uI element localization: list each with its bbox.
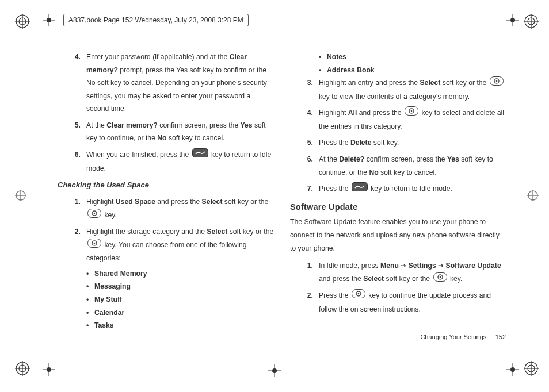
step-number: 3. — [298, 76, 319, 103]
crop-mark-icon — [506, 14, 519, 26]
step-body: Enter your password (if applicable) and … — [86, 51, 274, 116]
header-text: A837.book Page 152 Wednesday, July 23, 2… — [68, 16, 243, 24]
page-footer: Changing Your Settings 152 — [420, 333, 506, 340]
step-item: 6. When you are finished, press the key … — [66, 148, 274, 175]
step-body: Press the key to continue the update pro… — [319, 289, 506, 316]
footer-chapter: Changing Your Settings — [420, 333, 486, 340]
registration-mark-icon — [524, 14, 539, 29]
svg-point-27 — [510, 18, 515, 22]
subheading: Checking the Used Space — [58, 178, 274, 192]
ok-key-icon — [405, 106, 418, 120]
list-item: •Messaging — [86, 280, 274, 293]
ok-key-icon — [352, 289, 365, 303]
step-number: 6. — [298, 153, 319, 179]
svg-point-24 — [47, 18, 51, 22]
svg-point-36 — [272, 368, 277, 373]
crop-mark-icon — [43, 14, 55, 26]
list-item: •My Stuff — [86, 293, 274, 306]
step-body: Press the Delete soft key. — [319, 136, 506, 149]
crop-mark-icon — [268, 364, 281, 377]
step-body: Highlight the storage category and the S… — [86, 225, 274, 332]
step-body: When you are finished, press the key to … — [86, 148, 274, 175]
step-item: 7. Press the key to return to Idle mode. — [298, 182, 506, 196]
right-column: •Notes •Address Book 3. Highlight an ent… — [290, 51, 506, 336]
step-item: 2. Highlight the storage category and th… — [66, 225, 274, 332]
list-item: •Tasks — [86, 319, 274, 332]
step-body: Highlight All and press the key to selec… — [319, 106, 506, 133]
registration-mark-icon — [15, 361, 30, 376]
left-column: 4. Enter your password (if applicable) a… — [58, 51, 274, 336]
step-item: 2. Press the key to continue the update … — [298, 289, 506, 316]
list-item: •Calendar — [86, 306, 274, 320]
header-meta: A837.book Page 152 Wednesday, July 23, 2… — [63, 14, 249, 26]
end-key-icon — [352, 182, 368, 196]
svg-point-33 — [510, 367, 515, 372]
ok-key-icon — [87, 209, 101, 222]
step-number: 5. — [66, 119, 86, 145]
footer-page: 152 — [495, 333, 506, 340]
crop-mark-icon — [506, 363, 519, 376]
intro-paragraph: The Software Update feature enables you … — [290, 216, 506, 255]
registration-mark-icon — [15, 14, 30, 29]
svg-point-30 — [47, 367, 51, 372]
list-item: •Notes — [319, 51, 506, 64]
list-item: •Shared Memory — [86, 267, 274, 280]
ok-key-icon — [490, 76, 504, 90]
step-item: 1. In Idle mode, press Menu ➔ Settings ➔… — [298, 259, 506, 286]
list-item: •Address Book — [319, 64, 506, 77]
step-number: 6. — [66, 148, 86, 175]
step-number: 1. — [66, 195, 86, 222]
ok-key-icon — [87, 239, 101, 252]
step-body: At the Clear memory? confirm screen, pre… — [86, 119, 274, 145]
end-key-icon — [192, 148, 208, 162]
step-body: Highlight an entry and press the Select … — [319, 76, 506, 103]
step-number: 7. — [298, 182, 319, 196]
step-item: 4. Highlight All and press the key to se… — [298, 106, 506, 133]
section-heading: Software Update — [290, 199, 506, 215]
step-number: 2. — [298, 289, 319, 316]
registration-mark-icon — [524, 361, 539, 376]
registration-mark-icon — [15, 190, 26, 201]
step-number: 2. — [66, 225, 86, 332]
step-item: 1. Highlight Used Space and press the Se… — [66, 195, 274, 222]
step-number: 4. — [66, 51, 86, 116]
step-number: 1. — [298, 259, 319, 286]
crop-mark-icon — [43, 363, 55, 376]
step-item: 6. At the Delete? confirm screen, press … — [298, 153, 506, 179]
step-body: In Idle mode, press Menu ➔ Settings ➔ So… — [319, 259, 506, 286]
step-item: 3. Highlight an entry and press the Sele… — [298, 76, 506, 103]
step-body: Highlight Used Space and press the Selec… — [86, 195, 274, 222]
step-number: 5. — [298, 136, 319, 149]
ok-key-icon — [433, 272, 447, 286]
step-body: Press the key to return to Idle mode. — [319, 182, 506, 196]
step-item: 4. Enter your password (if applicable) a… — [66, 51, 274, 116]
step-item: 5. Press the Delete soft key. — [298, 136, 506, 149]
step-body: At the Delete? confirm screen, press the… — [319, 153, 506, 179]
step-item: 5. At the Clear memory? confirm screen, … — [66, 119, 274, 145]
step-number: 4. — [298, 106, 319, 133]
registration-mark-icon — [527, 190, 539, 201]
